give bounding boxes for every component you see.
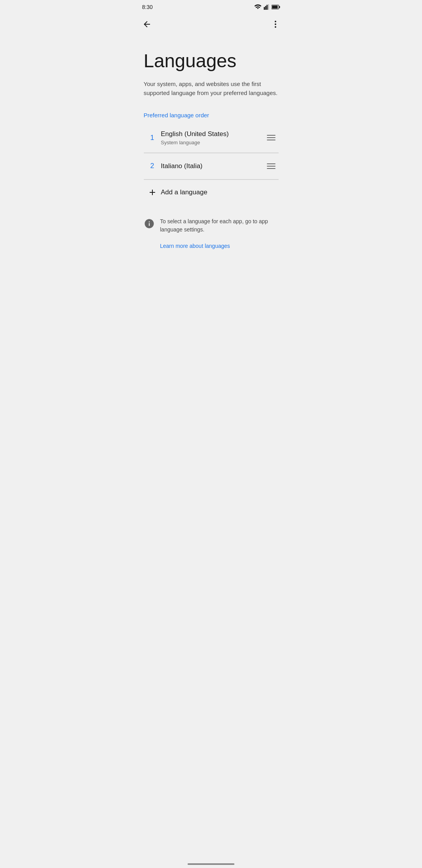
info-body: To select a language for each app, go to… — [160, 218, 268, 233]
more-options-button[interactable] — [268, 16, 283, 32]
drag-line — [267, 135, 275, 136]
language-subtitle-1: System language — [161, 140, 264, 145]
back-icon — [142, 20, 152, 29]
toolbar — [134, 14, 288, 34]
svg-point-7 — [275, 21, 276, 22]
svg-point-9 — [275, 26, 276, 28]
add-icon — [148, 188, 157, 197]
language-name-1: English (United States) — [161, 130, 264, 138]
svg-point-8 — [275, 23, 276, 25]
status-time: 8:30 — [142, 4, 153, 10]
status-icons — [254, 4, 280, 10]
info-section: To select a language for each app, go to… — [144, 213, 279, 255]
page-description: Your system, apps, and websites use the … — [144, 79, 279, 98]
svg-rect-5 — [279, 6, 280, 8]
language-name-2: Italiano (Italia) — [161, 162, 264, 170]
learn-more-link[interactable]: Learn more about languages — [160, 243, 230, 249]
language-item-1[interactable]: 1 English (United States) System languag… — [144, 123, 279, 153]
wifi-icon — [254, 4, 261, 10]
language-number-1: 1 — [144, 134, 161, 142]
language-item-2[interactable]: 2 Italiano (Italia) — [144, 153, 279, 179]
language-number-2: 2 — [144, 162, 161, 170]
svg-rect-0 — [264, 7, 265, 10]
status-bar: 8:30 — [134, 0, 288, 14]
language-info-1: English (United States) System language — [161, 130, 264, 145]
page-title: Languages — [144, 50, 279, 72]
more-vert-icon — [271, 20, 280, 29]
battery-icon — [272, 5, 280, 9]
signal-icon — [264, 4, 269, 10]
drag-line — [267, 163, 275, 164]
add-icon-container — [144, 188, 161, 197]
language-info-2: Italiano (Italia) — [161, 162, 264, 170]
svg-rect-2 — [266, 5, 268, 10]
language-list: 1 English (United States) System languag… — [144, 123, 279, 205]
add-language-item[interactable]: Add a language — [144, 180, 279, 205]
svg-rect-1 — [265, 6, 266, 10]
drag-line — [267, 166, 275, 167]
drag-line — [267, 137, 275, 138]
page-content: Languages Your system, apps, and website… — [134, 34, 288, 264]
add-language-label: Add a language — [161, 188, 207, 196]
drag-line — [267, 168, 275, 169]
drag-handle-1[interactable] — [264, 132, 279, 143]
svg-rect-3 — [268, 4, 269, 10]
info-icon-container — [144, 218, 155, 231]
drag-handle-2[interactable] — [264, 160, 279, 172]
drag-line — [267, 140, 275, 140]
info-icon — [144, 218, 155, 229]
info-text: To select a language for each app, go to… — [160, 217, 279, 250]
back-button[interactable] — [139, 16, 155, 32]
section-header[interactable]: Preferred language order — [144, 112, 279, 118]
svg-rect-6 — [272, 5, 277, 9]
